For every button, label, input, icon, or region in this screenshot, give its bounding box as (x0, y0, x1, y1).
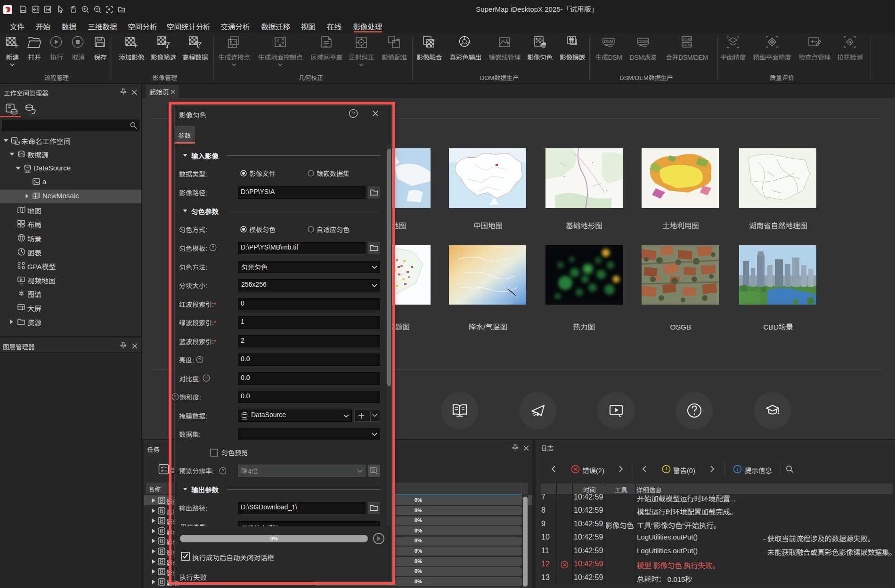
svg-text:DEM: DEM (638, 39, 648, 44)
svg-text:UDBX: UDBX (24, 171, 31, 173)
svg-text:DEM: DEM (683, 43, 691, 47)
svg-text:DSM: DSM (683, 37, 691, 41)
svg-text:DSM: DSM (604, 39, 613, 44)
